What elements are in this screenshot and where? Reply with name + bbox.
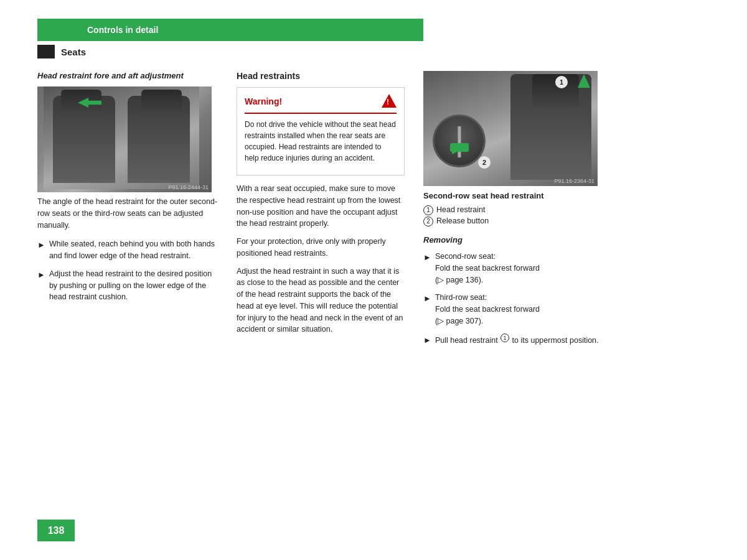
left-heading: Head restraint fore and aft adjustment <box>37 71 218 80</box>
left-column: Head restraint fore and aft adjustment P… <box>37 71 218 352</box>
list-item: ► While seated, reach behind you with bo… <box>37 238 218 262</box>
right-bullet-text-2: Third-row seat:Fold the seat backrest fo… <box>435 292 540 327</box>
left-body-text: The angle of the head restraint for the … <box>37 196 218 231</box>
right-list-item-3: ► Pull head restraint 1 to its uppermost… <box>423 334 604 347</box>
bullet-arrow-2: ► <box>37 269 45 303</box>
main-content: Head restraint fore and aft adjustment P… <box>0 71 747 352</box>
left-bullet-list: ► While seated, reach behind you with bo… <box>37 238 218 303</box>
car-image: P91.16-2444-31 <box>37 86 212 192</box>
inline-circle-1: 1 <box>500 334 509 342</box>
header-title: Controls in detail <box>87 25 158 35</box>
seat-image: 1 2 P91.16-2364-31 <box>423 71 598 186</box>
middle-column: Head restraints Warning! Do not drive th… <box>237 71 405 352</box>
section-title: Seats <box>61 47 86 57</box>
num-circle-2: 2 <box>423 217 433 226</box>
warning-header: Warning! <box>245 94 397 114</box>
mid-text-3: For your protection, drive only with pro… <box>237 236 405 259</box>
warning-box: Warning! Do not drive the vehicle withou… <box>237 87 405 175</box>
warning-title: Warning! <box>245 96 282 106</box>
bullet-arrow-1: ► <box>37 239 45 262</box>
warning-icon <box>382 94 397 109</box>
label-2: 2 <box>478 156 491 169</box>
right-bullet-text-1: Second-row seat:Fold the seat backrest f… <box>435 251 540 286</box>
right-bullet-arrow-2: ► <box>423 292 431 327</box>
list-item: ► Adjust the head restraint to the desir… <box>37 268 218 303</box>
label-1: 1 <box>555 76 568 88</box>
mid-text-4: Adjust the head restraint in such a way … <box>237 266 405 336</box>
warning-triangle <box>382 94 397 108</box>
page-number-box: 138 <box>37 520 75 541</box>
right-subheading: Second-row seat head restraint <box>423 191 604 200</box>
mid-text-2: With a rear seat occupied, make sure to … <box>237 183 405 230</box>
list-item-2: 2 Release button <box>423 217 604 226</box>
page-number: 138 <box>48 525 65 536</box>
zoom-circle <box>433 114 486 167</box>
section-bar <box>37 45 55 58</box>
right-column: 1 2 P91.16-2364-31 Second-row seat head … <box>423 71 604 352</box>
header-bar: Controls in detail <box>37 19 423 41</box>
right-list-item-2: ► Third-row seat:Fold the seat backrest … <box>423 292 604 327</box>
item-1-label: Head restraint <box>436 205 486 214</box>
item-2-label: Release button <box>436 217 489 225</box>
num-circle-1: 1 <box>423 205 433 215</box>
right-bullet-arrow-1: ► <box>423 251 431 286</box>
right-image-code: P91.16-2364-31 <box>554 178 594 184</box>
numbered-list: 1 Head restraint 2 Release button <box>423 205 604 226</box>
removing-heading: Removing <box>423 235 604 245</box>
list-item-1: 1 Head restraint <box>423 205 604 215</box>
warning-text-1: Do not drive the vehicle without the sea… <box>245 119 397 164</box>
left-image-code: P91.16-2444-31 <box>168 184 209 190</box>
right-list-item-1: ► Second-row seat:Fold the seat backrest… <box>423 251 604 286</box>
section-label: Seats <box>37 45 747 58</box>
right-bullet-list: ► Second-row seat:Fold the seat backrest… <box>423 251 604 346</box>
right-bullet-arrow-3: ► <box>423 334 431 347</box>
right-bullet-text-3: Pull head restraint 1 to its uppermost p… <box>435 334 599 347</box>
bullet-text-1: While seated, reach behind you with both… <box>49 238 218 262</box>
bullet-text-2: Adjust the head restraint to the desired… <box>49 268 218 303</box>
mid-heading: Head restraints <box>237 71 405 81</box>
